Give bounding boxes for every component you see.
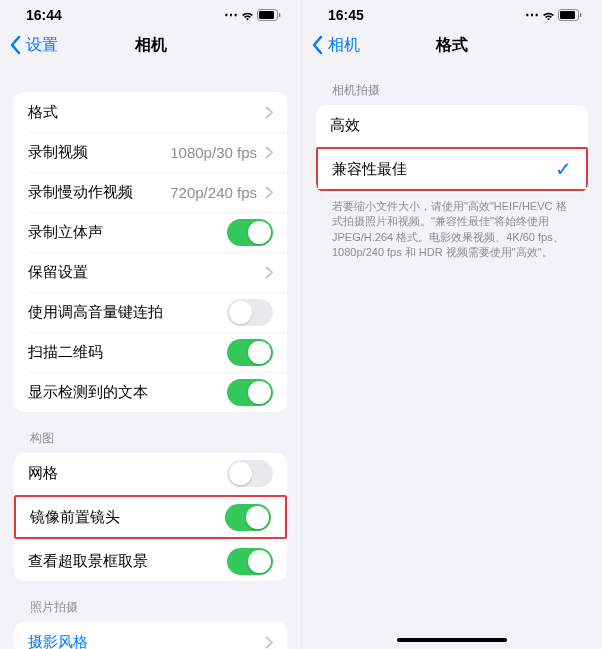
wifi-icon — [240, 10, 255, 21]
row-detail: 1080p/30 fps — [170, 144, 257, 161]
section-header-composition: 构图 — [14, 412, 287, 453]
camera-setting-row[interactable]: 录制立体声 — [14, 212, 287, 252]
settings-content: 格式录制视频1080p/30 fps录制慢动作视频720p/240 fps录制立… — [0, 92, 301, 649]
toggle-switch[interactable] — [225, 504, 271, 531]
back-button[interactable]: 设置 — [10, 35, 58, 56]
row-label: 扫描二维码 — [28, 343, 227, 362]
formats-group: 高效兼容性最佳✓ — [316, 105, 588, 193]
row-detail: 720p/240 fps — [170, 184, 257, 201]
toggle-switch[interactable] — [227, 219, 273, 246]
toggle-switch[interactable] — [227, 548, 273, 575]
back-button[interactable]: 相机 — [312, 35, 360, 56]
section-footer-formats: 若要缩小文件大小，请使用"高效"HEIF/HEVC 格式拍摄照片和视频。"兼容性… — [316, 193, 588, 261]
chevron-right-icon — [265, 146, 273, 159]
composition-setting-row[interactable]: 查看超取景框取景 — [14, 541, 287, 581]
nav-bar: 设置 相机 — [0, 20, 301, 64]
checkmark-icon: ✓ — [555, 157, 572, 181]
row-label: 兼容性最佳 — [332, 160, 555, 179]
camera-settings-screen: 16:44 ⋯ 设置 相机 格式录制视频1080p/30 fps录制慢动作视频7… — [0, 0, 301, 649]
status-bar: 16:45 ⋯ — [302, 0, 602, 20]
row-label: 查看超取景框取景 — [28, 552, 227, 571]
camera-setting-row[interactable]: 格式 — [14, 92, 287, 132]
toggle-switch[interactable] — [227, 299, 273, 326]
chevron-left-icon — [10, 35, 22, 55]
row-label: 录制立体声 — [28, 223, 227, 242]
row-label: 镜像前置镜头 — [30, 508, 225, 527]
format-option-row[interactable]: 兼容性最佳✓ — [318, 149, 586, 189]
back-label: 设置 — [26, 35, 58, 56]
row-label: 录制慢动作视频 — [28, 183, 170, 202]
camera-setting-row[interactable]: 保留设置 — [14, 252, 287, 292]
row-label: 格式 — [28, 103, 265, 122]
section-header-capture: 相机拍摄 — [316, 64, 588, 105]
toggle-switch[interactable] — [227, 339, 273, 366]
composition-setting-row[interactable]: 镜像前置镜头 — [16, 497, 285, 537]
highlight-box: 兼容性最佳✓ — [316, 147, 588, 191]
chevron-right-icon — [265, 266, 273, 279]
camera-setting-row[interactable]: 显示检测到的文本 — [14, 372, 287, 412]
camera-setting-row[interactable]: 使用调高音量键连拍 — [14, 292, 287, 332]
photo-setting-row[interactable]: 摄影风格 — [14, 622, 287, 649]
row-label: 保留设置 — [28, 263, 265, 282]
settings-group-1: 格式录制视频1080p/30 fps录制慢动作视频720p/240 fps录制立… — [14, 92, 287, 412]
toggle-switch[interactable] — [227, 379, 273, 406]
formats-screen: 16:45 ⋯ 相机 格式 相机拍摄 高效兼容性最佳✓ 若要缩小文件大小，请使用… — [301, 0, 602, 649]
row-label: 录制视频 — [28, 143, 170, 162]
nav-bar: 相机 格式 — [302, 20, 602, 64]
toggle-switch[interactable] — [227, 460, 273, 487]
status-bar: 16:44 ⋯ — [0, 0, 301, 20]
camera-setting-row[interactable]: 录制慢动作视频720p/240 fps — [14, 172, 287, 212]
chevron-right-icon — [265, 636, 273, 649]
composition-setting-row[interactable]: 网格 — [14, 453, 287, 493]
row-label: 使用调高音量键连拍 — [28, 303, 227, 322]
back-label: 相机 — [328, 35, 360, 56]
format-option-row[interactable]: 高效 — [316, 105, 588, 145]
formats-content: 相机拍摄 高效兼容性最佳✓ 若要缩小文件大小，请使用"高效"HEIF/HEVC … — [302, 64, 602, 261]
svg-rect-2 — [279, 13, 280, 17]
section-header-photo: 照片拍摄 — [14, 581, 287, 622]
row-label: 摄影风格 — [28, 633, 265, 650]
camera-setting-row[interactable]: 扫描二维码 — [14, 332, 287, 372]
chevron-left-icon — [312, 35, 324, 55]
row-label: 高效 — [330, 116, 574, 135]
svg-rect-1 — [259, 11, 274, 19]
settings-group-3: 摄影风格 — [14, 622, 287, 649]
svg-rect-5 — [580, 13, 581, 17]
settings-group-2: 网格镜像前置镜头查看超取景框取景 — [14, 453, 287, 581]
home-indicator[interactable] — [397, 638, 507, 642]
camera-setting-row[interactable]: 录制视频1080p/30 fps — [14, 132, 287, 172]
row-label: 显示检测到的文本 — [28, 383, 227, 402]
highlight-box: 镜像前置镜头 — [14, 495, 287, 539]
chevron-right-icon — [265, 186, 273, 199]
row-label: 网格 — [28, 464, 227, 483]
chevron-right-icon — [265, 106, 273, 119]
wifi-icon — [541, 10, 556, 21]
svg-rect-4 — [560, 11, 575, 19]
